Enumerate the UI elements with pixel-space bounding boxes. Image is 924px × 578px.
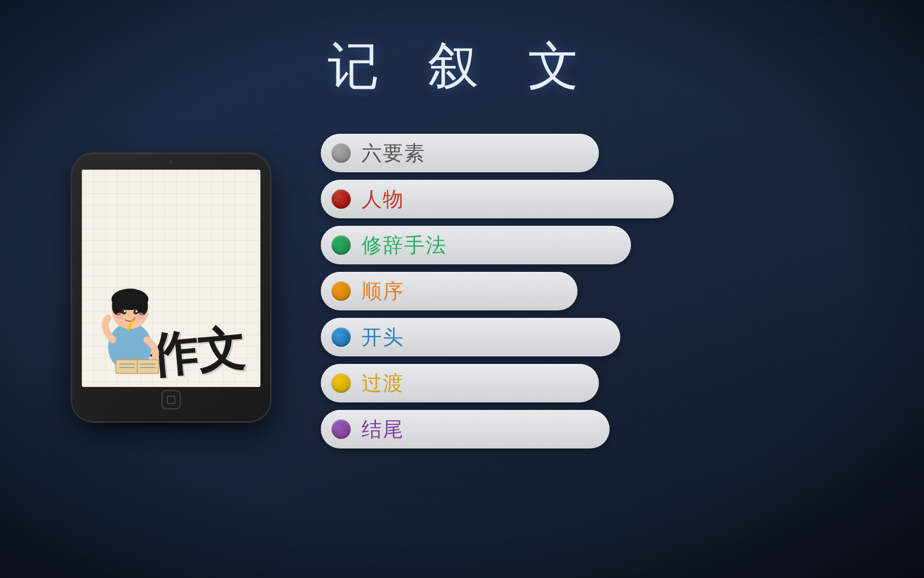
menu-item-sequence[interactable]: 顺序: [321, 272, 578, 310]
menu-item-characters[interactable]: 人物: [321, 180, 674, 218]
menu-dot-six-elements: [332, 143, 351, 163]
tablet-content: 作文: [82, 170, 260, 387]
tablet-camera: [169, 160, 173, 164]
menu-dot-rhetoric: [332, 235, 351, 255]
menu-label-ending: 结尾: [361, 416, 404, 443]
tablet-device: 作文: [72, 154, 270, 421]
main-screen: 记 叙 文: [0, 0, 924, 578]
tablet-home-inner: [167, 396, 175, 404]
menu-item-ending[interactable]: 结尾: [321, 410, 610, 448]
menu-label-opening: 开头: [361, 324, 404, 351]
tablet-illustration: 作文: [64, 154, 278, 429]
menu-label-rhetoric: 修辞手法: [361, 232, 447, 259]
menu-item-rhetoric[interactable]: 修辞手法: [321, 226, 631, 264]
menu-item-six-elements[interactable]: 六要素: [321, 134, 599, 172]
svg-point-7: [124, 310, 126, 312]
svg-point-6: [133, 309, 138, 314]
page-title: 记 叙 文: [328, 32, 596, 102]
menu-dot-opening: [332, 328, 351, 347]
student-figure: [87, 269, 173, 376]
menu-dot-ending: [332, 420, 351, 439]
tablet-home-button[interactable]: [161, 390, 181, 409]
menu-dot-transition: [332, 374, 351, 393]
menu-list: 六要素人物修辞手法顺序开头过渡结尾: [321, 128, 860, 454]
tablet-screen: 作文: [82, 170, 260, 387]
menu-label-transition: 过渡: [361, 370, 404, 397]
svg-point-10: [137, 312, 144, 319]
svg-point-8: [135, 310, 137, 312]
menu-dot-sequence: [332, 282, 351, 301]
svg-point-5: [122, 309, 127, 314]
menu-label-characters: 人物: [361, 186, 404, 213]
menu-label-six-elements: 六要素: [361, 140, 426, 167]
svg-point-9: [116, 312, 123, 319]
menu-dot-characters: [332, 189, 351, 209]
menu-item-transition[interactable]: 过渡: [321, 364, 599, 402]
menu-label-sequence: 顺序: [361, 278, 404, 305]
content-area: 作文 六要素人物修辞手法顺序开头过渡结尾: [0, 128, 924, 454]
menu-item-opening[interactable]: 开头: [321, 318, 620, 356]
